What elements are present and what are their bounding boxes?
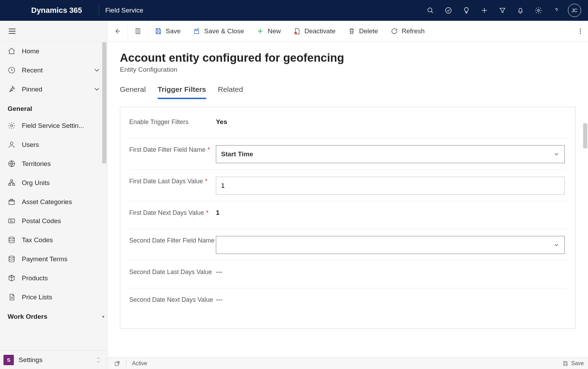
field-label: First Date Last Days Value bbox=[129, 177, 203, 186]
required-icon: * bbox=[206, 208, 209, 218]
filter-icon[interactable] bbox=[494, 0, 511, 21]
field-label: First Date Next Days Value bbox=[129, 208, 204, 218]
field-value[interactable]: 1 bbox=[216, 208, 565, 217]
nav-tax-codes[interactable]: Tax Codes bbox=[0, 230, 107, 249]
search-icon[interactable] bbox=[422, 0, 439, 21]
refresh-button[interactable]: Refresh bbox=[384, 21, 431, 42]
home-icon bbox=[8, 47, 16, 55]
footer-save-button[interactable]: Save bbox=[562, 360, 584, 367]
nav-org-units[interactable]: Org Units bbox=[0, 173, 107, 192]
nav-postal-codes[interactable]: Postal Codes bbox=[0, 211, 107, 230]
cmd-label: Save & Close bbox=[204, 27, 244, 35]
field-second-date-last-days-value: Second Date Last Days Value --- bbox=[129, 261, 566, 288]
chevron-down-icon bbox=[93, 66, 101, 74]
page-header: Account entity configured for geofencing… bbox=[107, 42, 588, 76]
nav-products[interactable]: Products bbox=[0, 269, 107, 288]
content-scrollbar[interactable] bbox=[583, 123, 587, 148]
svg-rect-16 bbox=[9, 200, 14, 204]
nav-asset-categories[interactable]: Asset Categories bbox=[0, 192, 107, 211]
nav-label: Pinned bbox=[22, 86, 42, 93]
chevron-down-icon bbox=[93, 85, 101, 93]
save-close-icon bbox=[193, 27, 201, 35]
gear-icon[interactable] bbox=[530, 0, 547, 21]
tab-general[interactable]: General bbox=[120, 85, 146, 99]
section-label: Work Orders bbox=[8, 313, 47, 320]
svg-point-11 bbox=[10, 142, 13, 145]
required-icon: * bbox=[208, 145, 210, 155]
tab-related[interactable]: Related bbox=[218, 85, 243, 99]
field-label: First Date Filter Field Name bbox=[129, 145, 205, 155]
nav-field-service-settings[interactable]: Field Service Settin... bbox=[0, 116, 107, 135]
sidebar-scrollbar[interactable] bbox=[102, 42, 106, 164]
deactivate-icon bbox=[293, 27, 301, 35]
globe-icon bbox=[8, 160, 16, 168]
second-date-field-select[interactable] bbox=[216, 236, 565, 254]
form-tabs: General Trigger Filters Related bbox=[107, 76, 588, 99]
stack-icon bbox=[8, 236, 16, 244]
add-icon[interactable] bbox=[476, 0, 493, 21]
first-date-last-days-input[interactable] bbox=[216, 177, 565, 195]
field-first-date-last-days-value: First Date Last Days Value* bbox=[129, 170, 566, 201]
gear-icon bbox=[8, 122, 16, 130]
open-record-set-button[interactable] bbox=[128, 21, 148, 42]
save-close-button[interactable]: Save & Close bbox=[187, 21, 250, 42]
deactivate-button[interactable]: Deactivate bbox=[287, 21, 342, 42]
clock-icon bbox=[8, 66, 16, 74]
svg-point-10 bbox=[11, 125, 13, 127]
nav-price-lists[interactable]: Price Lists bbox=[0, 288, 107, 307]
nav-label: Org Units bbox=[22, 179, 50, 187]
area-switch-toggle[interactable] bbox=[96, 357, 101, 363]
nav-label: Asset Categories bbox=[22, 198, 72, 206]
sidebar-section-general: General bbox=[0, 99, 107, 116]
divider bbox=[99, 5, 99, 16]
save-icon bbox=[562, 360, 569, 367]
nav-payment-terms[interactable]: Payment Terms bbox=[0, 249, 107, 269]
save-button[interactable]: Save bbox=[148, 21, 187, 42]
nav-territories[interactable]: Territories bbox=[0, 154, 107, 173]
status-bar: Active Save bbox=[107, 357, 588, 369]
stack-icon bbox=[8, 255, 16, 263]
svg-point-28 bbox=[580, 28, 581, 29]
app-title[interactable]: Dynamics 365 bbox=[7, 6, 93, 15]
nav-home[interactable]: Home bbox=[0, 42, 107, 61]
module-name[interactable]: Field Service bbox=[105, 7, 143, 14]
nav-label: Recent bbox=[22, 67, 43, 74]
nav-pinned[interactable]: Pinned bbox=[0, 80, 107, 99]
overflow-menu[interactable] bbox=[573, 28, 588, 35]
svg-point-2 bbox=[446, 8, 451, 14]
first-date-field-select[interactable]: Start Time bbox=[216, 145, 565, 163]
required-icon: * bbox=[205, 177, 208, 186]
lightbulb-icon[interactable] bbox=[458, 0, 475, 21]
task-icon[interactable] bbox=[440, 0, 457, 21]
help-icon[interactable] bbox=[548, 0, 565, 21]
svg-point-29 bbox=[580, 30, 581, 32]
nav-label: Postal Codes bbox=[22, 217, 61, 225]
cmd-label: New bbox=[267, 27, 281, 35]
back-button[interactable] bbox=[107, 21, 128, 42]
tab-trigger-filters[interactable]: Trigger Filters bbox=[158, 85, 206, 99]
user-avatar[interactable]: JC bbox=[568, 4, 581, 17]
popout-icon[interactable] bbox=[112, 360, 123, 367]
field-value[interactable]: --- bbox=[216, 267, 565, 276]
field-first-date-filter-field-name: First Date Filter Field Name* Start Time bbox=[129, 138, 566, 170]
nav-label: Territories bbox=[22, 160, 51, 168]
field-label: Enable Trigger Filters bbox=[129, 117, 188, 127]
cmd-label: Refresh bbox=[402, 27, 425, 35]
delete-button[interactable]: Delete bbox=[342, 21, 384, 42]
area-switcher[interactable]: S Settings bbox=[0, 350, 107, 369]
svg-point-18 bbox=[9, 237, 14, 239]
nav-recent[interactable]: Recent bbox=[0, 61, 107, 80]
bell-icon[interactable] bbox=[512, 0, 529, 21]
nav-label: Price Lists bbox=[22, 293, 52, 301]
hamburger-button[interactable] bbox=[0, 21, 107, 42]
page-title: Account entity configured for geofencing bbox=[120, 51, 576, 64]
chevron-down-icon[interactable]: ▾ bbox=[102, 314, 107, 319]
global-actions: JC bbox=[422, 0, 581, 21]
refresh-icon bbox=[390, 27, 398, 35]
field-value[interactable]: Yes bbox=[216, 117, 565, 126]
svg-rect-17 bbox=[9, 219, 15, 223]
nav-users[interactable]: Users bbox=[0, 135, 107, 154]
field-value[interactable]: --- bbox=[216, 295, 565, 304]
new-button[interactable]: New bbox=[250, 21, 287, 42]
svg-rect-13 bbox=[11, 180, 13, 182]
